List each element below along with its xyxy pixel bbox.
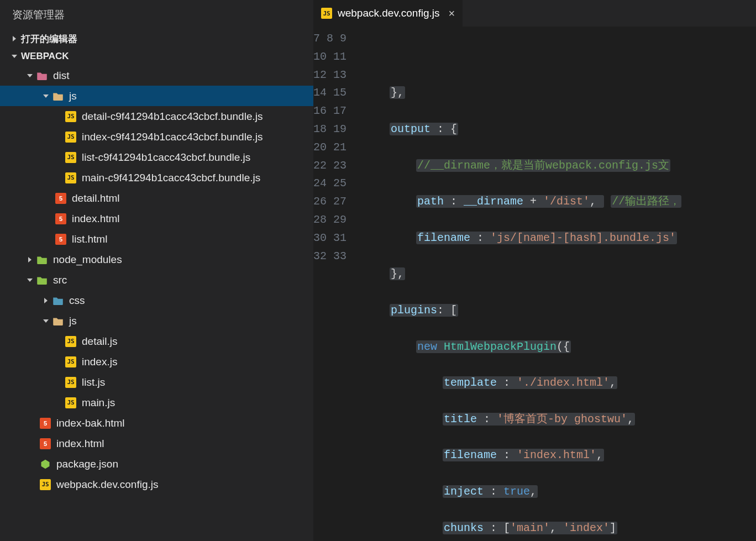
file-label: main.js — [82, 397, 115, 409]
js-file-icon: JS — [65, 377, 76, 388]
tab-label: webpack.dev.config.js — [338, 7, 439, 19]
folder-src-css[interactable]: css — [0, 290, 313, 311]
file-label: package.json — [56, 458, 118, 470]
project-name: WEBPACK — [21, 51, 69, 62]
file-item[interactable]: JSdetail-c9f41294b1cacc43cbcf.bundle.js — [0, 106, 313, 127]
folder-icon — [53, 91, 64, 102]
html-file-icon: 5 — [40, 418, 51, 429]
file-label: webpack.dev.config.js — [56, 479, 158, 491]
folder-label: css — [69, 295, 85, 307]
folder-label: node_modules — [53, 254, 122, 266]
file-item[interactable]: JSlist.js — [0, 372, 313, 392]
file-item[interactable]: 5index.html — [0, 433, 313, 454]
folder-label: js — [69, 315, 77, 327]
folder-dist[interactable]: dist — [0, 65, 313, 86]
file-item[interactable]: JSmain-c9f41294b1cacc43cbcf.bundle.js — [0, 167, 313, 188]
js-file-icon: JS — [321, 8, 332, 19]
folder-icon — [36, 275, 48, 286]
explorer-sidebar: 资源管理器 打开的编辑器 WEBPACK dist — [0, 0, 313, 541]
file-item[interactable]: 5list.html — [0, 229, 313, 249]
project-section[interactable]: WEBPACK — [0, 48, 313, 65]
folder-icon — [53, 316, 64, 327]
chevron-right-icon — [10, 36, 19, 41]
open-editors-section[interactable]: 打开的编辑器 — [0, 30, 313, 48]
chevron-right-icon — [25, 257, 34, 262]
file-label: detail.html — [72, 192, 120, 204]
code-content[interactable]: }, output : { //__dirname，就是当前webpack.co… — [361, 27, 756, 541]
html-file-icon: 5 — [55, 234, 66, 245]
explorer-title: 资源管理器 — [0, 0, 313, 30]
chevron-right-icon — [41, 298, 50, 303]
file-label: index-c9f41294b1cacc43cbcf.bundle.js — [82, 131, 262, 143]
chevron-down-icon — [25, 73, 34, 78]
file-item[interactable]: 5index-bak.html — [0, 413, 313, 433]
file-item[interactable]: JSwebpack.dev.config.js — [0, 474, 313, 495]
editor-tabs: JS webpack.dev.config.js × — [313, 0, 756, 27]
file-label: index-bak.html — [56, 417, 125, 429]
file-label: main-c9f41294b1cacc43cbcf.bundle.js — [82, 172, 260, 184]
line-number-gutter: 7 8 9 10 11 12 13 14 15 16 17 18 19 20 2… — [313, 27, 361, 541]
file-label: detail-c9f41294b1cacc43cbcf.bundle.js — [82, 111, 262, 123]
js-file-icon: JS — [65, 172, 76, 183]
folder-icon — [36, 70, 48, 81]
file-tree: dist js JSdetail-c9f41294b1cacc43cbcf.bu… — [0, 65, 313, 495]
folder-src[interactable]: src — [0, 270, 313, 290]
tab-webpack-config[interactable]: JS webpack.dev.config.js × — [313, 0, 463, 27]
file-item[interactable]: 5detail.html — [0, 188, 313, 208]
chevron-down-icon — [41, 93, 50, 99]
file-label: detail.js — [82, 335, 117, 348]
node-file-icon — [40, 459, 51, 470]
file-label: list.html — [72, 233, 107, 245]
folder-icon — [36, 254, 48, 265]
file-label: list.js — [82, 376, 105, 388]
file-item[interactable]: JSmain.js — [0, 392, 313, 413]
file-label: index.js — [82, 356, 117, 368]
chevron-down-icon — [10, 54, 19, 59]
js-file-icon: JS — [65, 356, 76, 367]
js-file-icon: JS — [65, 111, 76, 122]
folder-dist-js[interactable]: js — [0, 86, 313, 106]
html-file-icon: 5 — [55, 213, 66, 224]
js-file-icon: JS — [65, 397, 76, 408]
folder-src-js[interactable]: js — [0, 311, 313, 331]
html-file-icon: 5 — [55, 193, 66, 204]
file-label: index.html — [56, 438, 104, 450]
chevron-down-icon — [25, 277, 34, 283]
js-file-icon: JS — [40, 479, 51, 490]
file-item[interactable]: JSindex.js — [0, 351, 313, 372]
file-item[interactable]: JSlist-c9f41294b1cacc43cbcf.bundle.js — [0, 147, 313, 167]
file-label: list-c9f41294b1cacc43cbcf.bundle.js — [82, 151, 250, 164]
html-file-icon: 5 — [40, 438, 51, 449]
editor-area: JS webpack.dev.config.js × 7 8 9 10 11 1… — [313, 0, 756, 541]
file-item[interactable]: JSdetail.js — [0, 331, 313, 351]
js-file-icon: JS — [65, 132, 76, 143]
chevron-down-icon — [41, 318, 50, 324]
close-icon[interactable]: × — [445, 7, 455, 20]
folder-label: dist — [53, 70, 70, 82]
file-item[interactable]: package.json — [0, 454, 313, 474]
folder-label: js — [69, 90, 77, 102]
open-editors-label: 打开的编辑器 — [21, 33, 77, 45]
code-area[interactable]: 7 8 9 10 11 12 13 14 15 16 17 18 19 20 2… — [313, 27, 756, 541]
file-label: index.html — [72, 213, 120, 225]
folder-label: src — [53, 274, 67, 286]
folder-icon — [53, 295, 64, 306]
js-file-icon: JS — [65, 152, 76, 163]
file-item[interactable]: JSindex-c9f41294b1cacc43cbcf.bundle.js — [0, 127, 313, 147]
file-item[interactable]: 5index.html — [0, 208, 313, 229]
folder-node-modules[interactable]: node_modules — [0, 249, 313, 270]
js-file-icon: JS — [65, 336, 76, 347]
